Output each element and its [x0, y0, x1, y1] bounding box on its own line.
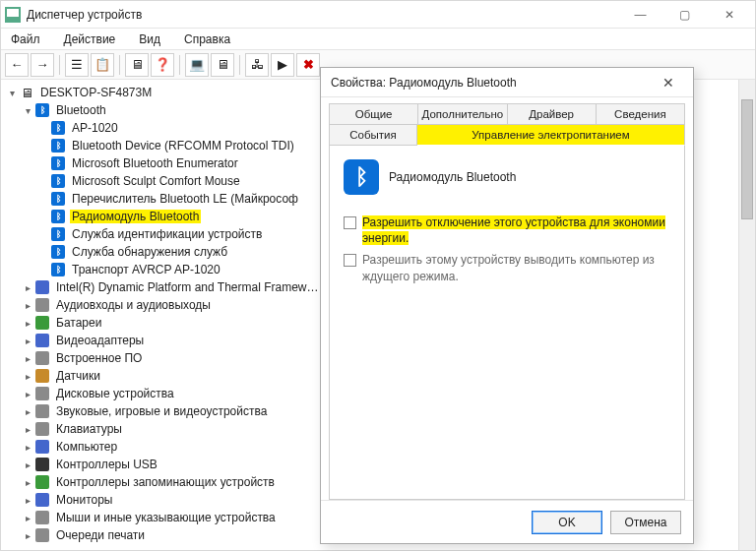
twisty-icon[interactable]: ▸ — [21, 442, 34, 453]
menu-action[interactable]: Действие — [60, 31, 120, 48]
toolbar-separator — [179, 55, 180, 75]
svg-rect-1 — [7, 9, 19, 17]
twisty-icon[interactable]: ▸ — [21, 459, 34, 470]
tab-general[interactable]: Общие — [329, 103, 418, 125]
category-icon — [34, 279, 50, 295]
twisty-icon[interactable]: ▸ — [21, 406, 34, 417]
tab-driver[interactable]: Драйвер — [508, 103, 597, 125]
toolbar-back[interactable]: ← — [5, 53, 29, 77]
bluetooth-icon: ᛒ — [344, 159, 379, 195]
battery-icon — [34, 315, 50, 331]
ok-button[interactable]: OK — [532, 511, 602, 534]
dialog-close-button[interactable]: ✕ — [654, 75, 683, 91]
device-header: ᛒ Радиомодуль Bluetooth — [344, 159, 670, 195]
menu-file[interactable]: Файл — [7, 31, 44, 48]
toolbar-btn-7[interactable]: ▶ — [271, 53, 294, 77]
bluetooth-icon: ᛒ — [50, 155, 66, 171]
printer-icon — [34, 527, 50, 543]
toolbar-separator — [119, 55, 120, 75]
twisty-icon[interactable]: ▸ — [21, 353, 34, 364]
maximize-button[interactable]: ▢ — [662, 1, 707, 29]
toolbar-btn-6[interactable]: 🖧 — [245, 53, 269, 77]
option-label: Разрешить этому устройству выводить комп… — [362, 252, 670, 283]
twisty-icon[interactable]: ▸ — [21, 513, 34, 523]
cancel-button[interactable]: Отмена — [610, 511, 681, 534]
monitor-icon — [34, 492, 50, 508]
keyboard-icon — [34, 421, 50, 437]
dialog-titlebar: Свойства: Радиомодуль Bluetooth ✕ — [321, 68, 693, 97]
computer-icon — [34, 439, 50, 455]
titlebar: Диспетчер устройств — ▢ ✕ — [1, 1, 755, 29]
toolbar-separator — [59, 55, 60, 75]
option-label: Разрешить отключение этого устройства дл… — [362, 214, 670, 246]
sensor-icon — [34, 368, 50, 384]
toolbar-btn-1[interactable]: 📋 — [91, 53, 114, 77]
bluetooth-icon: ᛒ — [50, 262, 66, 277]
tab-advanced[interactable]: Дополнительно — [418, 103, 507, 125]
menu-view[interactable]: Вид — [135, 31, 164, 48]
twisty-icon[interactable]: ▸ — [21, 530, 34, 541]
firmware-icon — [34, 350, 50, 366]
toolbar-separator — [239, 55, 240, 75]
twisty-icon[interactable]: ▸ — [21, 336, 34, 346]
minimize-button[interactable]: — — [618, 1, 662, 29]
toolbar-btn-8[interactable]: ✖ — [296, 53, 320, 77]
properties-dialog: Свойства: Радиомодуль Bluetooth ✕ Общие … — [320, 67, 694, 544]
menubar: Файл Действие Вид Справка — [1, 29, 755, 50]
disk-icon — [34, 386, 50, 401]
twisty-icon[interactable]: ▸ — [21, 389, 34, 399]
toolbar-btn-5[interactable]: 🖥 — [211, 53, 234, 77]
storage-icon — [34, 474, 50, 490]
bluetooth-icon: ᛒ — [34, 102, 50, 118]
option-allow-power-off[interactable]: Разрешить отключение этого устройства дл… — [344, 214, 670, 246]
twisty-icon[interactable]: ▸ — [21, 371, 34, 382]
toolbar-btn-4[interactable]: 💻 — [185, 53, 209, 77]
close-button[interactable]: ✕ — [707, 1, 751, 29]
bluetooth-icon: ᛒ — [50, 244, 66, 260]
tab-details[interactable]: Сведения — [597, 103, 685, 125]
mouse-icon — [34, 510, 50, 525]
sound-icon — [34, 403, 50, 419]
vertical-scrollbar[interactable] — [738, 80, 755, 550]
checkbox[interactable] — [344, 254, 356, 267]
dialog-title: Свойства: Радиомодуль Bluetooth — [331, 76, 517, 90]
audio-icon — [34, 297, 50, 313]
toolbar-forward[interactable]: → — [31, 53, 54, 77]
twisty-icon[interactable]: ▸ — [21, 318, 34, 329]
twisty-icon[interactable]: ▸ — [21, 424, 34, 435]
twisty-icon[interactable]: ▸ — [21, 477, 34, 488]
twisty-icon[interactable]: ▾ — [21, 105, 34, 116]
tab-strip: Общие Дополнительно Драйвер Сведения Соб… — [321, 97, 693, 146]
tree-root-label: DESKTOP-SF4873M — [38, 86, 154, 99]
computer-icon: 🖥 — [19, 85, 34, 100]
display-icon — [34, 333, 50, 348]
bluetooth-icon: ᛒ — [50, 209, 66, 224]
twisty-icon[interactable]: ▸ — [21, 300, 34, 311]
option-wake-computer[interactable]: Разрешить этому устройству выводить комп… — [344, 252, 670, 283]
toolbar-btn-3[interactable]: ❓ — [151, 53, 174, 77]
toolbar-btn-0[interactable]: ☰ — [65, 53, 89, 77]
tab-events[interactable]: События — [329, 125, 417, 146]
tree-label: Bluetooth — [54, 103, 108, 117]
bluetooth-icon: ᛒ — [50, 226, 66, 242]
usb-icon — [34, 457, 50, 472]
checkbox[interactable] — [344, 216, 356, 229]
twisty-icon[interactable]: ▸ — [21, 282, 34, 293]
window-title: Диспетчер устройств — [27, 8, 142, 22]
tab-power-management[interactable]: Управление электропитанием — [417, 125, 685, 146]
bluetooth-icon: ᛒ — [50, 173, 66, 189]
twisty-icon[interactable]: ▸ — [21, 495, 34, 506]
twisty-icon[interactable]: ▾ — [5, 88, 19, 98]
device-name: Радиомодуль Bluetooth — [389, 170, 516, 184]
bluetooth-icon: ᛒ — [50, 191, 66, 207]
bluetooth-icon: ᛒ — [50, 138, 66, 153]
toolbar-btn-2[interactable]: 🖥 — [125, 53, 149, 77]
app-icon — [5, 7, 21, 23]
bluetooth-icon: ᛒ — [50, 120, 66, 136]
menu-help[interactable]: Справка — [180, 31, 234, 48]
tab-panel-power: ᛒ Радиомодуль Bluetooth Разрешить отключ… — [329, 146, 685, 500]
dialog-button-row: OK Отмена — [321, 500, 693, 543]
